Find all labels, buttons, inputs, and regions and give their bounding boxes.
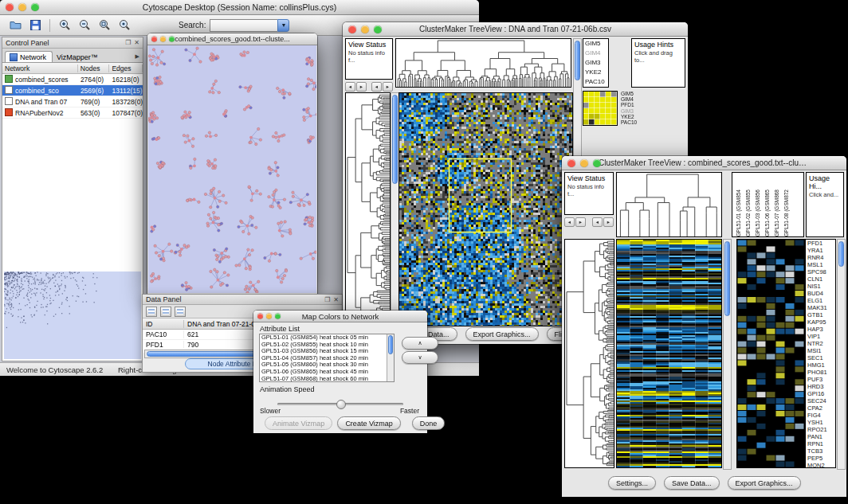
move-down-button[interactable]: ∨ bbox=[402, 351, 438, 364]
gene-label[interactable]: KAP95 bbox=[806, 318, 835, 326]
heatmap-canvas[interactable] bbox=[398, 92, 573, 326]
array-label[interactable]: GPL51-02 (GSM855 bbox=[745, 189, 751, 236]
gene-label[interactable]: YSH1 bbox=[806, 419, 835, 426]
zoom-heatmap-canvas[interactable] bbox=[736, 239, 805, 468]
selected-cluster-heatmap[interactable] bbox=[583, 91, 618, 126]
collapse-left-icon[interactable]: ◂ bbox=[345, 82, 355, 92]
gene-label[interactable]: RPO21 bbox=[806, 426, 835, 433]
zoom-button[interactable] bbox=[169, 37, 175, 42]
gene-label[interactable]: PAC10 bbox=[583, 77, 608, 87]
gene-label[interactable]: RNR4 bbox=[806, 254, 835, 261]
gene-label[interactable]: NIS1 bbox=[806, 283, 835, 290]
array-label[interactable]: GPL51-08 (GSM872 bbox=[783, 189, 789, 236]
network-row-combined-scores[interactable]: combined_scores 2764(0) 16218(0) bbox=[2, 74, 143, 85]
collapse-right-icon[interactable]: ◂ bbox=[592, 217, 603, 227]
gene-label[interactable]: TCB3 bbox=[806, 447, 835, 455]
column-dendrogram[interactable] bbox=[395, 38, 571, 88]
close-button[interactable] bbox=[6, 3, 14, 11]
network-view-titlebar[interactable]: combined_scores_good.txt--cluste... bbox=[147, 33, 317, 45]
gene-label[interactable]: PAN1 bbox=[806, 433, 835, 440]
search-dropdown-icon[interactable]: ▼ bbox=[277, 19, 289, 32]
done-button[interactable]: Done bbox=[412, 416, 446, 430]
gene-label[interactable]: CLN1 bbox=[806, 275, 835, 283]
expand-right-icon[interactable]: ▸ bbox=[383, 82, 393, 92]
gene-label[interactable]: VIP1 bbox=[806, 333, 835, 340]
gene-label[interactable]: PEP5 bbox=[806, 455, 835, 462]
gene-label[interactable]: PFD1 bbox=[806, 240, 835, 247]
array-label[interactable]: GPL51-07 (GSM868 bbox=[774, 189, 779, 236]
minimize-button[interactable] bbox=[266, 314, 272, 319]
network-row-combined-sco-selected[interactable]: combined_sco 2569(6) 13112(15) bbox=[2, 85, 143, 96]
minimize-button[interactable] bbox=[18, 3, 26, 11]
gene-label[interactable]: SEC24 bbox=[806, 397, 835, 404]
save-data-button[interactable]: Save Data... bbox=[664, 476, 720, 490]
select-attributes-icon[interactable] bbox=[146, 307, 157, 317]
close-button[interactable] bbox=[151, 37, 157, 42]
column-dendrogram[interactable] bbox=[616, 172, 722, 237]
global-heatmap-canvas[interactable] bbox=[616, 239, 722, 468]
animate-vizmap-button[interactable]: Animate Vizmap bbox=[265, 416, 332, 430]
treeview-combined-titlebar[interactable]: ClusterMaker TreeView : combined_scores_… bbox=[562, 156, 846, 170]
close-button[interactable] bbox=[348, 25, 356, 33]
row-dendrogram[interactable] bbox=[564, 239, 614, 468]
close-panel-icon[interactable]: ✕ bbox=[134, 39, 139, 46]
gene-label[interactable]: GIM4 bbox=[619, 96, 645, 102]
gene-label[interactable]: MSI1 bbox=[806, 347, 835, 354]
zoom-out-icon[interactable] bbox=[77, 18, 92, 33]
float-panel-icon[interactable]: ❐ bbox=[125, 39, 131, 46]
array-label[interactable]: GPL51-03 (GSM856 bbox=[755, 189, 760, 236]
collapse-right-icon[interactable]: ◂ bbox=[371, 82, 382, 92]
zoom-button[interactable] bbox=[275, 314, 281, 319]
minimize-button[interactable] bbox=[160, 37, 166, 42]
treeview-dna-titlebar[interactable]: ClusterMaker TreeView : DNA and Tran 07-… bbox=[343, 22, 688, 37]
gene-label[interactable]: YKE2 bbox=[619, 114, 645, 119]
gene-label[interactable]: YRA1 bbox=[806, 247, 835, 254]
gene-label[interactable]: PHO81 bbox=[806, 369, 835, 376]
tab-network[interactable]: Network bbox=[5, 51, 53, 62]
array-label[interactable]: GPL51-01 (GSM854 bbox=[736, 189, 741, 236]
gene-label[interactable]: BUD4 bbox=[806, 290, 835, 297]
network-graph-canvas[interactable] bbox=[148, 45, 316, 293]
gene-label[interactable]: YKE2 bbox=[583, 68, 608, 77]
gene-list-scrollbar[interactable] bbox=[837, 239, 846, 470]
float-panel-icon[interactable]: ❐ bbox=[324, 296, 330, 303]
network-row-dna-tran[interactable]: DNA and Tran 07 769(0) 183728(0) bbox=[2, 96, 143, 107]
gene-label[interactable]: GIM3 bbox=[583, 58, 608, 68]
row-dendrogram[interactable] bbox=[345, 92, 391, 326]
delete-attribute-icon[interactable] bbox=[175, 307, 186, 317]
gene-label[interactable]: GPI16 bbox=[806, 390, 835, 397]
heatmap-vertical-scrollbar[interactable] bbox=[723, 239, 732, 470]
expand-left-icon[interactable]: ▸ bbox=[575, 217, 586, 227]
gene-label[interactable]: GIM4 bbox=[583, 49, 608, 58]
gene-label[interactable]: CPA2 bbox=[806, 404, 835, 412]
gene-label[interactable]: NTR2 bbox=[806, 340, 835, 347]
expand-right-icon[interactable]: ▸ bbox=[603, 217, 614, 227]
gene-label[interactable]: MAK31 bbox=[806, 304, 835, 311]
zoom-fit-icon[interactable] bbox=[97, 18, 112, 33]
array-label[interactable]: GPL51-06 (GSM865 bbox=[764, 189, 770, 236]
gene-label[interactable]: GIM3 bbox=[619, 108, 645, 114]
zoom-button[interactable] bbox=[593, 159, 601, 167]
zoom-button[interactable] bbox=[374, 25, 382, 33]
attribute-list-scrollbar[interactable] bbox=[387, 334, 394, 381]
collapse-left-icon[interactable]: ◂ bbox=[564, 217, 575, 227]
birds-eye-view[interactable] bbox=[4, 272, 141, 359]
gene-label[interactable]: GTB1 bbox=[806, 311, 835, 318]
attribute-listbox[interactable]: GPL51-01 (GSM854) heat shock 05 minGPL51… bbox=[259, 334, 395, 382]
animation-speed-slider[interactable] bbox=[277, 399, 403, 408]
gene-label[interactable]: GIM5 bbox=[583, 39, 608, 49]
gene-label[interactable]: PFD1 bbox=[619, 102, 645, 107]
zoom-in-icon[interactable] bbox=[57, 18, 72, 33]
close-panel-icon[interactable]: ✕ bbox=[333, 296, 339, 303]
zoom-selected-icon[interactable] bbox=[117, 18, 132, 33]
save-session-icon[interactable] bbox=[28, 18, 42, 33]
gene-label[interactable]: ELG1 bbox=[806, 297, 835, 304]
network-row-rnapubernov2[interactable]: RNAPuberNov2 563(0) 107847(0) bbox=[2, 107, 143, 119]
gene-label[interactable]: FIG4 bbox=[806, 412, 835, 419]
settings-button[interactable]: Settings... bbox=[608, 476, 656, 490]
open-session-icon[interactable] bbox=[8, 18, 22, 33]
create-attribute-icon[interactable] bbox=[160, 307, 171, 317]
gene-label[interactable]: HAP3 bbox=[806, 326, 835, 333]
gene-label[interactable]: RPN1 bbox=[806, 440, 835, 447]
gene-label[interactable]: GIM5 bbox=[619, 91, 645, 96]
